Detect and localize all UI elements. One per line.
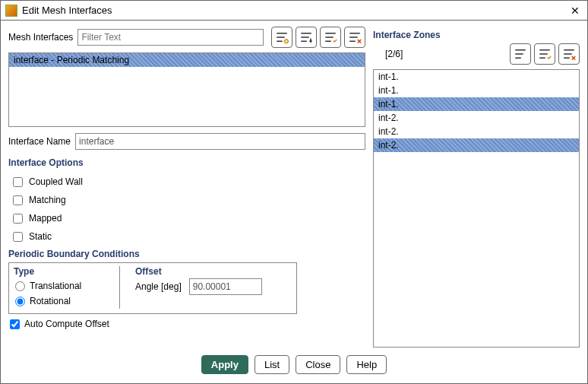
zones-sort-icon[interactable]: [510, 43, 531, 65]
titlebar: Edit Mesh Interfaces ✕: [1, 1, 587, 21]
list-item[interactable]: int-1.: [374, 70, 579, 84]
sort-icon[interactable]: [296, 27, 317, 48]
pbc-panel: Type Translational Rotational Offset Ang…: [8, 262, 297, 314]
zones-listbox[interactable]: int-1.int-1.int-1.int-2.int-2.int-2.: [373, 69, 580, 348]
deselect-all-icon[interactable]: [344, 27, 365, 48]
pbc-type-label: Type: [14, 266, 112, 277]
mesh-interfaces-label: Mesh Interfaces: [8, 32, 73, 43]
radio-rotational[interactable]: Rotational: [14, 294, 112, 309]
radio-translational[interactable]: Translational: [14, 278, 112, 294]
interfaces-listbox[interactable]: interface - Periodic Matching: [8, 52, 365, 127]
pbc-offset-label: Offset: [135, 266, 262, 277]
zones-select-all-icon[interactable]: [534, 43, 555, 65]
list-item[interactable]: int-2.: [374, 111, 579, 125]
apply-button[interactable]: Apply: [201, 355, 248, 374]
dialog-title: Edit Mesh Interfaces: [22, 5, 567, 16]
list-item[interactable]: int-2.: [374, 138, 579, 152]
dialog-window: Edit Mesh Interfaces ✕ Mesh Interfaces i…: [0, 0, 588, 384]
option-checkbox[interactable]: Matching: [8, 191, 365, 209]
list-item[interactable]: int-1.: [374, 84, 579, 97]
help-button[interactable]: Help: [346, 355, 387, 374]
list-item[interactable]: interface - Periodic Matching: [9, 53, 365, 67]
option-checkbox[interactable]: Static: [8, 227, 365, 246]
zones-toolbar: [510, 43, 580, 65]
filter-input[interactable]: [77, 29, 264, 46]
svg-point-0: [285, 40, 289, 43]
interface-name-input[interactable]: [75, 133, 365, 150]
list-button[interactable]: List: [254, 355, 289, 374]
list-item[interactable]: int-1.: [374, 97, 579, 111]
select-all-icon[interactable]: [320, 27, 341, 48]
zones-deselect-all-icon[interactable]: [558, 43, 580, 65]
filter-settings-icon[interactable]: [271, 27, 292, 48]
close-icon[interactable]: ✕: [567, 5, 583, 17]
option-checkbox[interactable]: Coupled Wall: [8, 173, 365, 191]
interface-options-header: Interface Options: [8, 157, 365, 168]
angle-label: Angle [deg]: [135, 281, 182, 292]
interface-name-label: Interface Name: [8, 136, 71, 147]
close-button[interactable]: Close: [296, 355, 340, 374]
list-item[interactable]: int-2.: [374, 125, 579, 138]
angle-input[interactable]: [189, 278, 262, 295]
button-bar: Apply List Close Help: [1, 348, 587, 374]
option-checkbox[interactable]: Mapped: [8, 209, 365, 227]
interface-options-group: Coupled WallMatchingMappedStatic: [8, 173, 365, 246]
pbc-header: Periodic Boundary Conditions: [8, 249, 365, 259]
interface-zones-header: Interface Zones: [373, 30, 580, 40]
zones-count: [2/6]: [373, 49, 403, 59]
app-icon: [5, 5, 17, 17]
left-toolbar: [271, 27, 365, 48]
auto-compute-offset-checkbox[interactable]: Auto Compute Offset: [8, 319, 365, 329]
